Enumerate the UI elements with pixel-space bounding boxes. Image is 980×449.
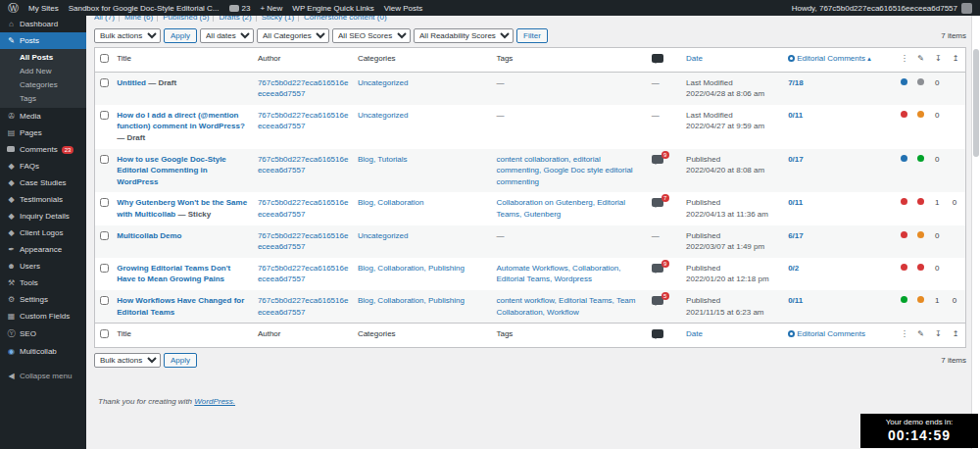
bulk-actions-select[interactable]: Bulk actions	[94, 28, 161, 43]
post-title-link[interactable]: How to use Google Doc-Style Editorial Co…	[117, 155, 226, 186]
column-date[interactable]: Date	[682, 324, 784, 348]
wordpress-link[interactable]: WordPress.	[194, 397, 235, 406]
user-avatar[interactable]	[961, 3, 972, 14]
admin-bar-site-name[interactable]: Sandbox for Google Doc-Style Editorial C…	[69, 4, 220, 13]
sidebar-item-users[interactable]: ☻ Users	[0, 258, 86, 274]
sidebar-item-tools[interactable]: ⚒ Tools	[0, 274, 86, 291]
scrollbar-thumb[interactable]	[973, 49, 979, 157]
sidebar-item-client-logos[interactable]: ◆ Client Logos	[0, 224, 86, 241]
submenu-tags[interactable]: Tags	[0, 91, 86, 105]
post-title-link[interactable]: Multicollab Demo	[117, 231, 181, 240]
sidebar-item-seo[interactable]: Ⓨ SEO	[0, 324, 86, 343]
post-title-link[interactable]: How Workflows Have Changed for Editorial…	[117, 296, 244, 317]
editorial-comments-link[interactable]: 0/11	[788, 111, 803, 120]
column-comments[interactable]	[648, 48, 682, 73]
dates-filter-select[interactable]: All dates	[200, 28, 254, 43]
select-all-checkbox-bottom[interactable]	[100, 329, 109, 338]
sidebar-item-custom-fields[interactable]: ▦ Custom Fields	[0, 308, 86, 324]
admin-bar-my-sites[interactable]: My Sites	[28, 4, 59, 13]
column-title[interactable]: Title	[113, 48, 254, 73]
categories-links[interactable]: Blog, Collaboration, Publishing	[358, 296, 465, 305]
filter-button[interactable]: Filter	[516, 28, 548, 43]
sidebar-item-faqs[interactable]: ◆ FAQs	[0, 158, 86, 175]
filter-view-mine[interactable]: Mine (6)	[119, 16, 153, 22]
comments-bubble-icon[interactable]: 5	[652, 296, 663, 305]
categories-links[interactable]: Blog, Collaboration	[358, 198, 424, 207]
sidebar-item-appearance[interactable]: ✒ Appearance	[0, 241, 86, 258]
collapse-menu-button[interactable]: ◀ Collapse menu	[0, 368, 86, 384]
wordpress-logo-icon[interactable]: Ⓦ	[8, 3, 19, 14]
admin-bar-comments[interactable]: 23	[229, 4, 251, 13]
tags-links[interactable]: Automate Workflows, Collaboration, Edito…	[496, 264, 620, 284]
sidebar-item-inquiry-details[interactable]: ◆ Inquiry Details	[0, 208, 86, 224]
categories-links[interactable]: Blog, Collaboration, Publishing	[358, 264, 465, 273]
editorial-comments-link[interactable]: 0/11	[788, 198, 803, 207]
editorial-comments-link[interactable]: 7/18	[788, 78, 804, 87]
filter-view-all[interactable]: All (7)	[94, 16, 115, 22]
readability-scores-filter-select[interactable]: All Readability Scores	[414, 28, 514, 43]
categories-links[interactable]: Blog, Tutorials	[358, 155, 408, 164]
row-checkbox[interactable]	[100, 155, 109, 164]
author-link[interactable]: 767c5b0d227eca616516eeceea6d7557	[258, 78, 349, 99]
column-editorial-comments[interactable]: Editorial Comments▲	[784, 48, 897, 73]
categories-links[interactable]: Uncategorized	[358, 231, 409, 240]
row-checkbox[interactable]	[100, 111, 109, 120]
seo-scores-filter-select[interactable]: All SEO Scores	[332, 28, 411, 43]
tags-links[interactable]: content collaboration, editorial comment…	[496, 155, 632, 186]
tags-links[interactable]: Collaboration on Gutenberg, Editorial Te…	[496, 198, 625, 219]
row-checkbox[interactable]	[100, 198, 109, 207]
select-all-checkbox[interactable]	[100, 54, 109, 63]
sidebar-item-testimonials[interactable]: ◆ Testimonials	[0, 191, 86, 208]
column-title[interactable]: Title	[113, 324, 254, 348]
apply-button[interactable]: Apply	[164, 28, 197, 43]
filter-view-cornerstone[interactable]: Cornerstone content (0)	[298, 16, 387, 22]
sidebar-item-pages[interactable]: ▤ Pages	[0, 125, 86, 141]
author-link[interactable]: 767c5b0d227eca616516eeceea6d7557	[258, 231, 349, 252]
post-title-link[interactable]: How do I add a direct (@mention function…	[117, 111, 245, 131]
row-checkbox[interactable]	[100, 296, 109, 305]
editorial-comments-link[interactable]: 0/2	[788, 264, 799, 273]
categories-filter-select[interactable]: All Categories	[257, 28, 329, 43]
row-checkbox[interactable]	[100, 78, 109, 87]
comments-bubble-icon[interactable]: 9	[652, 155, 663, 164]
author-link[interactable]: 767c5b0d227eca616516eeceea6d7557	[258, 155, 349, 175]
filter-view-sticky[interactable]: Sticky (1)	[256, 16, 294, 22]
editorial-comments-link[interactable]: 6/17	[788, 231, 804, 240]
editorial-comments-link[interactable]: 0/17	[788, 155, 804, 164]
sidebar-item-media[interactable]: ✇ Media	[0, 108, 86, 125]
categories-links[interactable]: Uncategorized	[358, 78, 409, 87]
filter-view-drafts[interactable]: Drafts (2)	[213, 16, 251, 22]
post-title-link[interactable]: Growing Editorial Teams Don't Have to Me…	[117, 264, 230, 284]
submenu-all-posts[interactable]: All Posts	[0, 50, 86, 64]
tags-links[interactable]: content workflow, Editorial Teams, Team …	[496, 296, 635, 317]
editorial-comments-link[interactable]: 0/11	[788, 296, 803, 305]
sidebar-item-case-studies[interactable]: ◆ Case Studies	[0, 175, 86, 191]
bulk-actions-select-bottom[interactable]: Bulk actions	[94, 353, 161, 368]
author-link[interactable]: 767c5b0d227eca616516eeceea6d7557	[258, 198, 349, 219]
row-checkbox[interactable]	[100, 264, 109, 273]
admin-bar-howdy[interactable]: Howdy, 767c5b0d227eca616516eeceea6d7557	[792, 4, 957, 13]
filter-view-published[interactable]: Published (5)	[157, 16, 209, 22]
submenu-add-new[interactable]: Add New	[0, 64, 86, 77]
sidebar-item-multicollab[interactable]: ◉ Multicollab	[0, 343, 86, 360]
sidebar-item-settings[interactable]: ⚙ Settings	[0, 291, 86, 308]
sidebar-item-dashboard[interactable]: ⌂ Dashboard	[0, 16, 86, 32]
admin-bar-new[interactable]: + New	[260, 4, 282, 13]
author-link[interactable]: 767c5b0d227eca616516eeceea6d7557	[258, 111, 349, 131]
categories-links[interactable]: Uncategorized	[358, 111, 409, 120]
column-comments[interactable]	[648, 324, 682, 348]
row-checkbox[interactable]	[100, 231, 109, 240]
column-editorial-comments[interactable]: Editorial Comments	[784, 324, 897, 348]
author-link[interactable]: 767c5b0d227eca616516eeceea6d7557	[258, 296, 349, 317]
admin-bar-view-posts[interactable]: View Posts	[384, 4, 422, 13]
apply-button-bottom[interactable]: Apply	[164, 353, 197, 368]
admin-bar-wpengine-quick-links[interactable]: WP Engine Quick Links	[292, 4, 373, 13]
sidebar-item-comments[interactable]: Comments 23	[0, 141, 86, 158]
author-link[interactable]: 767c5b0d227eca616516eeceea6d7557	[258, 264, 349, 284]
column-date[interactable]: Date	[682, 48, 784, 73]
comments-bubble-icon[interactable]: 7	[652, 198, 663, 207]
comments-bubble-icon[interactable]: 9	[652, 264, 663, 273]
sidebar-item-posts[interactable]: ✎ Posts	[0, 32, 86, 49]
post-title-link[interactable]: Untitled	[117, 78, 146, 87]
page-scrollbar[interactable]	[971, 16, 980, 449]
